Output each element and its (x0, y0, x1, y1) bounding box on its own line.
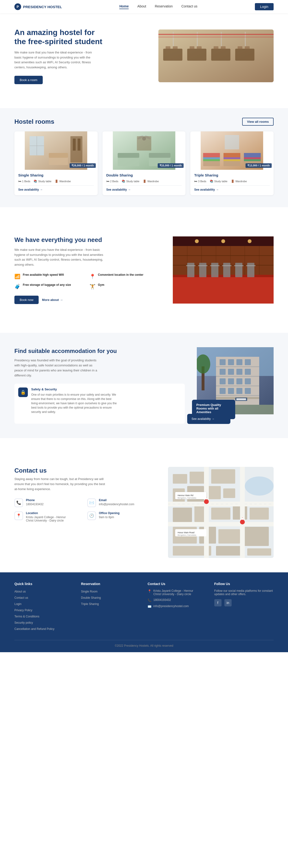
accommodation-section: Find suitable accommodation for you Pres… (0, 333, 288, 438)
svg-rect-94 (228, 359, 234, 365)
nav-reservation[interactable]: Reservation (155, 4, 173, 9)
footer-email-text: info@presidencyhostel.com (153, 604, 189, 608)
triple-see-availability[interactable]: See availability → (194, 188, 270, 191)
features-grid: 📶 Free available high speed Wifi 📍 Conve… (15, 273, 161, 289)
footer-link-about[interactable]: About us (15, 590, 26, 593)
single-see-availability[interactable]: See availability → (18, 188, 94, 191)
svg-rect-54 (225, 135, 239, 149)
svg-rect-91 (216, 385, 259, 386)
svg-rect-98 (228, 369, 234, 375)
svg-rect-133 (247, 548, 271, 556)
svg-point-114 (245, 476, 273, 496)
svg-text:Hosur Main Road: Hosur Main Road (178, 531, 194, 534)
footer-res-double[interactable]: Double Sharing (81, 596, 101, 599)
amenity-study: 📚Study table (34, 180, 51, 183)
facebook-button[interactable]: f (214, 599, 222, 607)
safety-title: Safety & Security (31, 388, 118, 391)
footer-res-triple[interactable]: Triple Sharing (81, 602, 99, 606)
svg-rect-26 (73, 138, 76, 151)
triple-price: ₹13,000 / 1 month (246, 163, 272, 168)
svg-rect-105 (220, 388, 226, 394)
svg-rect-115 (173, 474, 187, 484)
footer-quick-links-title: Quick links (15, 582, 74, 586)
feature-location: 📍 Convenient location in the center (89, 273, 161, 279)
svg-rect-18 (159, 34, 273, 35)
contact-grid: 📞 Phone 18004193432 ✉️ Email info@presid… (15, 498, 156, 522)
svg-rect-106 (228, 388, 234, 394)
features-text: We have everything you need We make sure… (15, 236, 161, 304)
footer-link-security[interactable]: Security policy (15, 621, 33, 624)
svg-rect-122 (173, 507, 192, 522)
safety-box: 🔒 Safety & Security One of our main prio… (15, 384, 185, 424)
nav-about[interactable]: About (137, 4, 146, 9)
footer-location-icon: 📍 (148, 589, 151, 593)
footer-link-login[interactable]: Login (15, 602, 21, 606)
svg-rect-5 (235, 49, 254, 61)
svg-rect-73 (211, 263, 219, 277)
footer-link-privacy[interactable]: Privacy Policy (15, 609, 32, 612)
svg-rect-39 (137, 136, 151, 151)
svg-rect-48 (224, 157, 240, 159)
footer-res-single[interactable]: Single Room (81, 590, 98, 593)
svg-rect-99 (236, 369, 242, 375)
svg-rect-130 (242, 527, 269, 546)
room-card-triple: ₹13,000 / 1 month Triple Sharing 🛏3 Beds… (190, 131, 273, 195)
more-about-button[interactable]: More about → (42, 298, 63, 302)
svg-rect-7 (173, 46, 178, 49)
map-image: Hennur Main Rd Bengaluru, Karnataka Hosu… (168, 467, 273, 558)
book-now-button[interactable]: Book now (15, 296, 39, 304)
book-room-button[interactable]: Book a room (15, 76, 43, 84)
instagram-button[interactable]: in (224, 599, 232, 607)
svg-rect-43 (203, 153, 220, 157)
features-section: We have everything you need We make sure… (0, 222, 288, 318)
phone-value: 18004193432 (26, 503, 44, 506)
svg-rect-44 (203, 157, 220, 159)
svg-text:Hennur Main Rd: Hennur Main Rd (178, 494, 194, 497)
room-card-double: ₹15,000 / 1 month Double Sharing 🛏2 Beds… (103, 131, 186, 195)
amenity-wardrobe: 🚪Wardrobe (143, 180, 159, 183)
features-image (173, 237, 273, 304)
footer-link-cancellation[interactable]: Cancellation and Refund Policy (15, 627, 55, 631)
single-price: ₹28,000 / 1 month (69, 163, 96, 168)
overlay-see-availability[interactable]: See availability → (187, 414, 230, 424)
nav-contact[interactable]: Contact us (181, 4, 198, 9)
rooms-grid: ₹28,000 / 1 month Single Sharing 🛏1 Beds… (15, 131, 273, 195)
navbar: P PRESIDENCY HOSTEL Home About Reservati… (0, 0, 288, 13)
overlay-title: Premium Quality Rooms with all Amenities (196, 403, 231, 414)
svg-rect-53 (244, 159, 261, 161)
footer-email-icon: ✉️ (148, 605, 151, 608)
svg-rect-121 (223, 489, 235, 498)
nav-home[interactable]: Home (119, 4, 128, 9)
footer-quick-links: Quick links About us Contact us Login Pr… (15, 582, 74, 633)
accommodation-heading: Find suitable accommodation for you (15, 347, 185, 354)
svg-rect-136 (168, 522, 273, 526)
double-see-availability[interactable]: See availability → (106, 188, 182, 191)
login-button[interactable]: Login (255, 3, 273, 10)
room-card-double-image: ₹15,000 / 1 month (103, 131, 186, 170)
location-value: Kristu Jayanti College - Hennur Christ U… (26, 516, 66, 522)
amenity-study: 📚Study table (210, 180, 228, 183)
footer-link-terms[interactable]: Terms & Conditions (15, 615, 39, 618)
amenity-beds: 🛏1 Beds (18, 180, 30, 183)
svg-rect-82 (246, 265, 256, 266)
contact-location: 📍 Location Kristu Jayanti College - Henn… (15, 512, 83, 522)
amenity-study: 📚Study table (122, 180, 139, 183)
brand-logo[interactable]: P PRESIDENCY HOSTEL (15, 3, 62, 10)
feature-storage: 🧳 Free storage of luggage of any size (15, 283, 86, 289)
footer-address-text: Kristu Jayanti College - Hennur Christ U… (153, 589, 193, 596)
features-description: We make sure that you have the ideal exp… (15, 247, 106, 267)
room-card-single: ₹28,000 / 1 month Single Sharing 🛏1 Beds… (15, 131, 98, 195)
room-card-single-image: ₹28,000 / 1 month (15, 131, 98, 170)
svg-rect-6 (166, 46, 170, 49)
view-all-rooms-button[interactable]: View all rooms (242, 118, 273, 126)
svg-rect-8 (190, 46, 194, 49)
footer-link-contact[interactable]: Contact us (15, 596, 28, 599)
contact-title: Contact us (15, 467, 156, 474)
hero-image (159, 30, 273, 82)
svg-rect-45 (203, 159, 220, 161)
feature-storage-text: Free storage of luggage of any size (23, 283, 71, 286)
footer: Quick links About us Contact us Login Pr… (0, 572, 288, 652)
rooms-title: Hostel rooms (15, 118, 54, 125)
footer-phone-icon: 📞 (148, 598, 151, 602)
footer-follow-description: Follow our social media platforms for co… (214, 589, 274, 596)
